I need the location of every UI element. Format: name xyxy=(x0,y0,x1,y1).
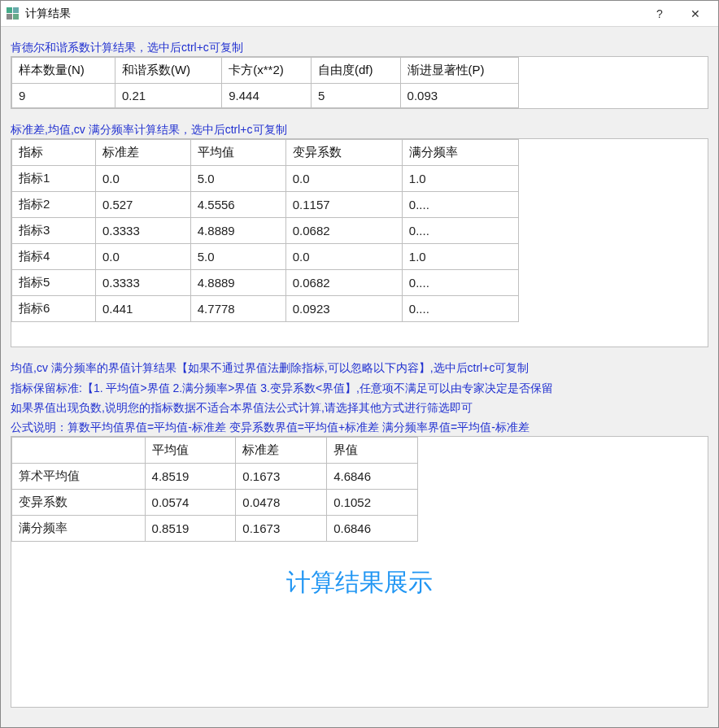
col-cv: 变异系数 xyxy=(285,140,402,166)
cell: 9 xyxy=(12,84,115,108)
col-mean: 平均值 xyxy=(190,140,285,166)
cell: 0.0 xyxy=(95,166,190,192)
col-chi2: 卡方(x**2) xyxy=(222,58,312,84)
col-indicator: 指标 xyxy=(12,140,96,166)
cell: 9.444 xyxy=(222,84,312,108)
cell: 4.8519 xyxy=(145,464,236,490)
table-row[interactable]: 指标50.33334.88890.06820.... xyxy=(12,270,519,296)
cell: 变异系数 xyxy=(12,490,146,516)
close-button[interactable]: ✕ xyxy=(678,1,713,27)
table-row[interactable]: 变异系数0.05740.04780.1052 xyxy=(12,490,418,516)
cell: 0.... xyxy=(402,270,518,296)
cell: 0.3333 xyxy=(95,218,190,244)
table-row[interactable]: 指标40.05.00.01.0 xyxy=(12,244,519,270)
col-n: 样本数量(N) xyxy=(12,58,115,84)
cell: 1.0 xyxy=(402,166,518,192)
cell: 指标3 xyxy=(12,218,96,244)
cell: 指标1 xyxy=(12,166,96,192)
kendall-table[interactable]: 样本数量(N) 和谐系数(W) 卡方(x**2) 自由度(df) 渐进显著性(P… xyxy=(11,57,519,108)
cell: 指标2 xyxy=(12,192,96,218)
table-row[interactable]: 满分频率0.85190.16730.6846 xyxy=(12,516,418,542)
col-p: 渐进显著性(P) xyxy=(400,58,518,84)
threshold-note-1: 均值,cv 满分频率的界值计算结果【如果不通过界值法删除指标,可以忽略以下内容】… xyxy=(11,360,708,375)
cell: 0.0478 xyxy=(236,490,327,516)
threshold-table[interactable]: 平均值 标准差 界值 算术平均值4.85190.16734.6846变异系数0.… xyxy=(11,437,418,542)
cell: 4.6846 xyxy=(327,464,418,490)
cell: 5 xyxy=(311,84,400,108)
cell: 5.0 xyxy=(190,244,285,270)
table-header-row: 指标 标准差 平均值 变异系数 满分频率 xyxy=(12,140,519,166)
table-row[interactable]: 指标20.5274.55560.11570.... xyxy=(12,192,519,218)
col-std: 标准差 xyxy=(236,438,327,464)
kendall-note: 肯德尔和谐系数计算结果，选中后ctrl+c可复制 xyxy=(11,40,708,54)
col-w: 和谐系数(W) xyxy=(115,58,221,84)
cell: 0.0682 xyxy=(285,218,402,244)
table-header-row: 样本数量(N) 和谐系数(W) 卡方(x**2) 自由度(df) 渐进显著性(P… xyxy=(12,58,519,84)
cell: 0.1157 xyxy=(285,192,402,218)
cell: 1.0 xyxy=(402,244,518,270)
cell: 0.0923 xyxy=(285,296,402,322)
cell: 0.8519 xyxy=(145,516,236,542)
stats-note: 标准差,均值,cv 满分频率计算结果，选中后ctrl+c可复制 xyxy=(11,122,708,137)
help-button[interactable]: ? xyxy=(642,1,678,27)
cell: 0.21 xyxy=(115,84,221,108)
table-header-row: 平均值 标准差 界值 xyxy=(12,438,418,464)
cell: 0.0682 xyxy=(285,270,402,296)
cell: 指标6 xyxy=(12,296,96,322)
col-threshold: 界值 xyxy=(327,438,418,464)
cell: 0.0574 xyxy=(145,490,236,516)
app-icon xyxy=(6,7,19,20)
cell: 0.1673 xyxy=(236,464,327,490)
cell: 0.... xyxy=(402,192,518,218)
table-row[interactable]: 指标30.33334.88890.06820.... xyxy=(12,218,519,244)
cell: 指标4 xyxy=(12,244,96,270)
window-title: 计算结果 xyxy=(25,7,642,21)
cell: 0.0 xyxy=(95,244,190,270)
col-blank xyxy=(12,438,146,464)
cell: 4.8889 xyxy=(190,218,285,244)
stats-table-frame: 指标 标准差 平均值 变异系数 满分频率 指标10.05.00.01.0指标20… xyxy=(11,138,708,347)
col-mean: 平均值 xyxy=(145,438,236,464)
cell: 0.0 xyxy=(285,166,402,192)
col-std: 标准差 xyxy=(95,140,190,166)
cell: 0.527 xyxy=(95,192,190,218)
cell: 0.... xyxy=(402,218,518,244)
stats-table[interactable]: 指标 标准差 平均值 变异系数 满分频率 指标10.05.00.01.0指标20… xyxy=(11,139,519,322)
table-row[interactable]: 9 0.21 9.444 5 0.093 xyxy=(12,84,519,108)
cell: 0.1673 xyxy=(236,516,327,542)
threshold-note-2: 指标保留标准:【1. 平均值>界值 2.满分频率>界值 3.变异系数<界值】,任… xyxy=(11,381,708,395)
kendall-table-frame: 样本数量(N) 和谐系数(W) 卡方(x**2) 自由度(df) 渐进显著性(P… xyxy=(11,56,708,109)
results-window: 计算结果 ? ✕ 肯德尔和谐系数计算结果，选中后ctrl+c可复制 样本数量(N… xyxy=(0,0,719,728)
titlebar: 计算结果 ? ✕ xyxy=(1,1,718,27)
cell: 0.093 xyxy=(400,84,518,108)
threshold-table-frame: 平均值 标准差 界值 算术平均值4.85190.16734.6846变异系数0.… xyxy=(11,436,708,708)
cell: 指标5 xyxy=(12,270,96,296)
cell: 算术平均值 xyxy=(12,464,146,490)
cell: 满分频率 xyxy=(12,516,146,542)
col-fullrate: 满分频率 xyxy=(402,140,518,166)
cell: 0.3333 xyxy=(95,270,190,296)
cell: 4.5556 xyxy=(190,192,285,218)
cell: 0.1052 xyxy=(327,490,418,516)
cell: 0.6846 xyxy=(327,516,418,542)
cell: 0.... xyxy=(402,296,518,322)
threshold-note-4: 公式说明：算数平均值界值=平均值-标准差 变异系数界值=平均值+标准差 满分频率… xyxy=(11,420,708,434)
results-display-label: 计算结果展示 xyxy=(11,542,708,608)
table-row[interactable]: 指标10.05.00.01.0 xyxy=(12,166,519,192)
cell: 5.0 xyxy=(190,166,285,192)
content-area: 肯德尔和谐系数计算结果，选中后ctrl+c可复制 样本数量(N) 和谐系数(W)… xyxy=(1,27,718,727)
cell: 0.441 xyxy=(95,296,190,322)
cell: 4.8889 xyxy=(190,270,285,296)
table-row[interactable]: 指标60.4414.77780.09230.... xyxy=(12,296,519,322)
col-df: 自由度(df) xyxy=(311,58,400,84)
cell: 0.0 xyxy=(285,244,402,270)
threshold-note-3: 如果界值出现负数,说明您的指标数据不适合本界值法公式计算,请选择其他方式进行筛选… xyxy=(11,400,708,415)
table-row[interactable]: 算术平均值4.85190.16734.6846 xyxy=(12,464,418,490)
cell: 4.7778 xyxy=(190,296,285,322)
